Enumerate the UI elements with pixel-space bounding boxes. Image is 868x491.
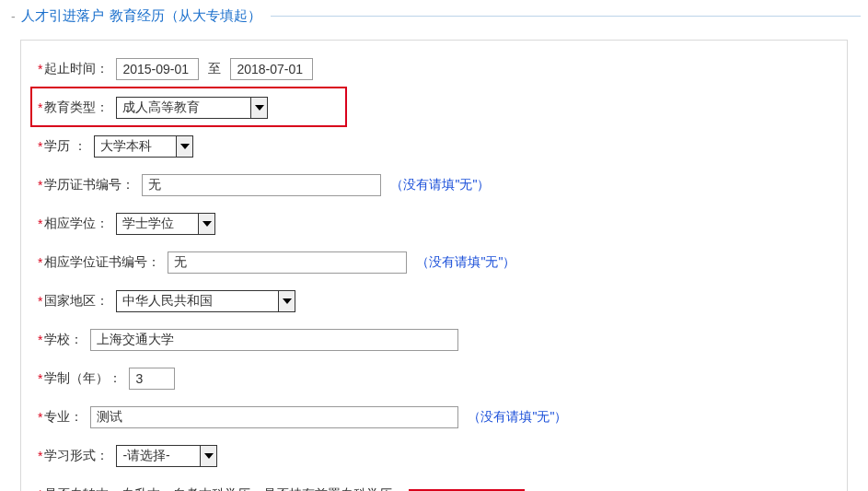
required-asterisk: * (38, 100, 42, 115)
chevron-down-icon (200, 446, 216, 466)
period-to-text: 至 (208, 61, 221, 77)
chevron-down-icon (198, 214, 214, 234)
label-edu-type: 教育类型： (44, 99, 109, 116)
academic-degree-cert-input[interactable] (168, 251, 407, 274)
required-asterisk: * (38, 410, 42, 425)
label-academic-degree-cert: 相应学位证书编号： (44, 254, 160, 271)
school-input[interactable] (90, 329, 458, 351)
header-title-category: 人才引进落户 (21, 7, 104, 25)
label-study-mode: 学习形式： (44, 448, 109, 464)
row-pre-diploma: * 是否专转本、专升本、自考本科学历，是否持有前置专科学历： -请选择- 否 是 (38, 483, 830, 491)
study-mode-value: -请选择- (122, 448, 169, 464)
chevron-down-icon (278, 291, 295, 311)
degree-cert-input[interactable] (142, 174, 381, 196)
country-value: 中华人民共和国 (122, 293, 213, 310)
header-title-section: 教育经历（从大专填起） (110, 7, 261, 25)
country-select[interactable]: 中华人民共和国 (116, 290, 295, 312)
hint-major: （没有请填"无"） (468, 409, 567, 426)
degree-value: 大学本科 (100, 138, 152, 155)
label-school: 学校： (44, 332, 83, 348)
study-mode-select[interactable]: -请选择- (116, 445, 217, 467)
start-date-input[interactable] (116, 58, 199, 80)
label-pre-diploma: 是否专转本、专升本、自考本科学历，是否持有前置专科学历： (44, 486, 405, 491)
row-degree: * 学历 ： 大学本科 (38, 134, 830, 158)
row-major: * 专业： （没有请填"无"） (38, 405, 830, 429)
label-years: 学制（年）： (44, 370, 122, 387)
row-edu-type: * 教育类型： 成人高等教育 (38, 96, 830, 120)
degree-select[interactable]: 大学本科 (94, 135, 193, 158)
row-years: * 学制（年）： (38, 367, 830, 391)
row-academic-degree: * 相应学位： 学士学位 (38, 212, 830, 236)
academic-degree-value: 学士学位 (122, 216, 174, 232)
hint-degree-cert: （没有请填"无"） (390, 177, 490, 193)
required-asterisk: * (38, 371, 42, 386)
required-asterisk: * (38, 139, 42, 154)
row-school: * 学校： (38, 328, 830, 352)
edu-type-select[interactable]: 成人高等教育 (116, 97, 268, 119)
header-divider (271, 16, 861, 17)
row-period: * 起止时间： 至 (38, 57, 830, 81)
label-academic-degree: 相应学位： (44, 216, 109, 232)
required-asterisk: * (38, 333, 42, 347)
row-degree-cert: * 学历证书编号： （没有请填"无"） (38, 173, 830, 197)
label-country: 国家地区： (44, 293, 109, 310)
required-asterisk: * (38, 178, 42, 193)
required-asterisk: * (38, 449, 42, 463)
form-container: * 起止时间： 至 * 教育类型： 成人高等教育 * 学历 ： 大学本科 * 学… (20, 40, 848, 491)
required-asterisk: * (38, 487, 42, 491)
label-major: 专业： (44, 409, 83, 426)
header-leading-dash: - (11, 9, 16, 24)
major-input[interactable] (90, 406, 458, 428)
required-asterisk: * (38, 255, 42, 270)
edu-type-value: 成人高等教育 (122, 99, 200, 116)
chevron-down-icon (176, 136, 192, 157)
page-header: - 人才引进落户 教育经历（从大专填起） (7, 7, 861, 25)
row-academic-degree-cert: * 相应学位证书编号： （没有请填"无"） (38, 251, 830, 275)
label-degree: 学历 ： (44, 138, 87, 155)
row-country: * 国家地区： 中华人民共和国 (38, 289, 830, 313)
required-asterisk: * (38, 216, 42, 231)
chevron-down-icon (250, 98, 267, 118)
academic-degree-select[interactable]: 学士学位 (116, 213, 215, 235)
label-period: 起止时间： (44, 61, 109, 77)
years-input[interactable] (129, 368, 175, 390)
end-date-input[interactable] (230, 58, 313, 80)
label-degree-cert: 学历证书编号： (44, 177, 134, 193)
row-study-mode: * 学习形式： -请选择- (38, 444, 830, 468)
hint-academic-degree-cert: （没有请填"无"） (416, 254, 515, 271)
required-asterisk: * (38, 62, 42, 76)
required-asterisk: * (38, 294, 42, 309)
